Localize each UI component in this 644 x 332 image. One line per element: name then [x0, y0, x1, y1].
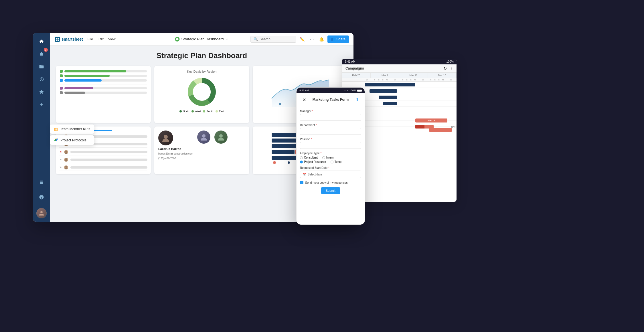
share-button[interactable]: 👥 Share — [327, 35, 349, 43]
phone-close-btn[interactable]: ✕ — [300, 96, 308, 104]
svg-point-4 — [176, 38, 178, 40]
legend-south: South — [203, 110, 213, 113]
svg-point-17 — [65, 166, 67, 168]
menu-bar: File Edit View — [88, 37, 116, 41]
kpi-dot-5 — [60, 91, 63, 94]
sidebar-item-add[interactable] — [36, 99, 47, 110]
gantt-days-header: WT FS SM TW TF SS MT WT FS SM TW TF SS M… — [342, 78, 457, 82]
kpi-dot-2 — [60, 74, 63, 77]
field-position-label: Position — [300, 138, 310, 141]
phone-mockup: 9:41 AM ▲▲ 100% ✕ Marketing Tasks Form ⬆… — [296, 87, 365, 225]
gantt-title: Campaigns — [345, 66, 364, 70]
phone-status-right: ▲▲ 100% — [344, 89, 362, 92]
radio-temp[interactable]: Temp — [331, 160, 341, 163]
sidebar-item-help[interactable] — [36, 192, 47, 202]
row-bar-3 — [70, 151, 147, 153]
checkbox-copy-responses[interactable]: ✓ Send me a copy of my responses — [300, 181, 361, 184]
gantt-date-1: Feb 25 — [342, 73, 371, 78]
doc-title: Strategic Plan Dashboard ☆ — [175, 37, 228, 42]
submit-button[interactable]: Submit — [321, 187, 340, 194]
phone-share-btn[interactable]: ⬆ — [353, 96, 361, 104]
edit-icon-btn[interactable]: ✏️ — [298, 35, 306, 43]
doc-title-icon — [175, 37, 179, 42]
field-department-input[interactable] — [300, 128, 361, 135]
kpi-bar-bg-3 — [64, 79, 147, 82]
notify-icon-btn[interactable]: 🔔 — [318, 35, 326, 43]
radio-circle-consultant — [300, 156, 303, 159]
gantt-more-icon[interactable]: ⋮ — [449, 66, 453, 71]
svg-point-18 — [164, 135, 168, 139]
gantt-time: 9:41 AM — [345, 60, 355, 63]
topbar-actions: ✏️ ▭ 🔔 👥 Share — [298, 35, 349, 43]
sidebar-item-home[interactable] — [36, 36, 47, 47]
kpi-row-2 — [60, 74, 147, 77]
kpi-row-5 — [60, 91, 147, 94]
radio-row-1: Consultant Intern — [300, 156, 361, 159]
popup-project-protocols[interactable]: Project Protocols — [50, 135, 94, 145]
present-icon-btn[interactable]: ▭ — [308, 35, 316, 43]
checkbox-icon: ✓ — [300, 181, 303, 184]
search-bar: 🔍 — [250, 36, 296, 43]
legend-label-east: East — [219, 110, 224, 113]
gantt-date-3: Mar 11 — [399, 73, 428, 78]
field-manager-input[interactable] — [300, 114, 361, 121]
widget-kpi-bars — [56, 66, 151, 123]
menu-edit[interactable]: Edit — [98, 37, 104, 41]
field-manager-label: Manager — [300, 110, 311, 113]
battery-tip — [362, 90, 362, 91]
gantt-date-2: Mar 4 — [371, 73, 399, 78]
svg-point-16 — [65, 158, 67, 160]
gantt-refresh-icon[interactable]: ↻ — [443, 66, 447, 71]
phone-form-header: ✕ Marketing Tasks Form ⬆ — [297, 93, 365, 106]
phone-form-title: Marketing Tasks Form — [313, 98, 349, 102]
sidebar-item-recent[interactable] — [36, 74, 47, 84]
popup-team-kpis[interactable]: ▦ Team Member KPIs — [50, 125, 94, 134]
contact-avatar-1 — [158, 131, 173, 145]
share-label: Share — [336, 37, 345, 41]
sidebar-item-notifications[interactable]: 3 — [36, 49, 47, 59]
sidebar-item-favorites[interactable] — [36, 87, 47, 97]
radio-intern[interactable]: Intern — [322, 156, 334, 159]
search-input[interactable] — [260, 37, 293, 41]
radio-consultant[interactable]: Consultant — [300, 156, 318, 159]
flag-icon-4: ⚑ — [59, 158, 62, 161]
battery-icon — [357, 90, 362, 92]
row-avatar-3 — [64, 150, 68, 154]
battery-fill — [357, 90, 361, 91]
field-position-input[interactable] — [300, 142, 361, 149]
radio-label-project-resource: Project Resource — [304, 160, 326, 163]
user-avatar[interactable] — [36, 208, 47, 218]
radio-row-2: Project Resource Temp — [300, 160, 361, 163]
table-row: ⚑ — [59, 157, 147, 163]
contact-phone-1: (123)-456-7890 — [158, 157, 176, 160]
kpi-bar-fill-4 — [64, 87, 93, 89]
field-position: Position * — [300, 138, 361, 152]
field-start-date: Requested Start Date * 📅 Select date — [300, 166, 361, 178]
menu-view[interactable]: View — [108, 37, 116, 41]
date-field-input[interactable]: 📅 Select date — [300, 171, 361, 178]
kpi-bar-fill-3 — [64, 79, 102, 82]
contact-email-1: barros@MBFconstruction.com — [158, 152, 193, 155]
svg-point-10 — [279, 103, 281, 105]
contact-avatar-2 — [197, 131, 210, 144]
phone-time: 9:41 AM — [299, 89, 309, 92]
sidebar-item-folders[interactable] — [36, 62, 47, 72]
sidebar: 3 — [33, 33, 50, 222]
menu-file[interactable]: File — [88, 37, 93, 41]
search-icon: 🔍 — [254, 37, 258, 41]
kpi-bar-fill-2 — [64, 75, 110, 77]
favorite-star-icon[interactable]: ☆ — [226, 37, 229, 41]
widget-donut: Key Deals by Region — [154, 66, 249, 123]
field-department-label: Department — [300, 124, 315, 127]
notification-badge: 3 — [44, 48, 48, 52]
kpi-dot-4 — [60, 87, 63, 90]
donut-svg — [186, 76, 218, 108]
contact-2 — [197, 131, 210, 144]
radio-project-resource[interactable]: Project Resource — [300, 160, 326, 163]
svg-rect-2 — [56, 39, 57, 41]
sidebar-item-apps[interactable] — [36, 177, 47, 187]
legend-dot-north — [179, 110, 182, 112]
table-orange-icon: ▦ — [54, 127, 58, 131]
phone-battery: 100% — [349, 89, 356, 92]
svg-rect-1 — [58, 38, 59, 39]
